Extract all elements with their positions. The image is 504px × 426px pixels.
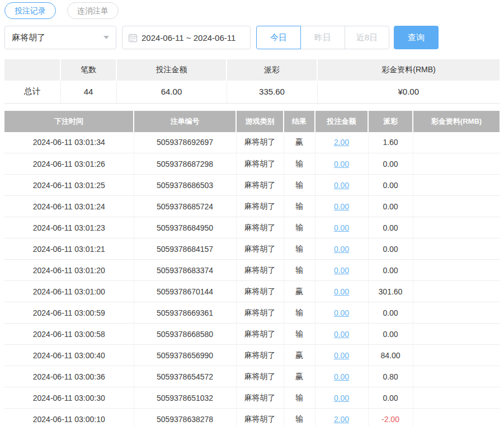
bet-amount-link[interactable]: 0.00 <box>334 351 349 360</box>
summary-header-payout: 派彩 <box>227 59 317 81</box>
cell-bonus <box>413 175 500 196</box>
cell-game-type: 麻将胡了 <box>236 409 284 426</box>
cell-bet-amount: 0.00 <box>315 345 368 366</box>
cell-order-number: 5059378683374 <box>134 260 236 281</box>
cell-game-type: 麻将胡了 <box>236 132 284 153</box>
cell-bonus <box>413 260 500 281</box>
summary-header-bonus: 彩金资料(RMB) <box>317 59 500 81</box>
bet-table-body: 2024-06-11 03:01:345059378692697麻将胡了赢2.0… <box>4 132 500 426</box>
bet-amount-link[interactable]: 0.00 <box>334 372 349 381</box>
cell-payout: 0.00 <box>368 324 413 345</box>
cell-order-number: 5059378669361 <box>134 302 236 324</box>
header-bet-time: 下注时间 <box>4 111 134 132</box>
bet-table-header-row: 下注时间 注单编号 游戏类别 结果 投注金额 派彩 彩金资料(RMB) <box>4 111 500 132</box>
header-payout: 派彩 <box>368 111 413 132</box>
cell-bet-amount: 0.00 <box>315 175 368 196</box>
cell-bet-amount: 0.00 <box>315 366 368 387</box>
cell-bet-amount: 2.00 <box>315 409 368 426</box>
search-button[interactable]: 查询 <box>394 26 439 49</box>
summary-total-bet-amount: 64.00 <box>116 81 227 103</box>
summary-header-blank <box>4 59 60 81</box>
game-select[interactable]: 麻将胡了 <box>4 26 116 49</box>
cell-bet-time: 2024-06-11 03:01:25 <box>4 175 134 196</box>
bet-amount-link[interactable]: 0.00 <box>334 160 349 168</box>
cell-bet-time: 2024-06-11 03:00:40 <box>4 345 134 366</box>
summary-total-bonus: ¥0.00 <box>317 81 500 103</box>
cell-game-type: 麻将胡了 <box>236 196 284 217</box>
table-row: 2024-06-11 03:01:005059378670144麻将胡了赢0.0… <box>4 281 500 302</box>
cell-bet-amount: 0.00 <box>315 281 368 302</box>
table-row: 2024-06-11 03:00:365059378654572麻将胡了赢0.0… <box>4 366 500 387</box>
table-row: 2024-06-11 03:00:105059378638278麻将胡了输2.0… <box>4 409 500 426</box>
tab-bet-records[interactable]: 投注记录 <box>4 2 56 19</box>
bet-amount-link[interactable]: 0.00 <box>334 266 349 275</box>
cell-result: 赢 <box>284 132 315 153</box>
bet-amount-link[interactable]: 2.00 <box>334 138 349 147</box>
table-row: 2024-06-11 03:01:265059378687298麻将胡了输0.0… <box>4 153 500 175</box>
cell-payout: 0.00 <box>368 153 413 175</box>
last8days-button[interactable]: 近8日 <box>345 26 389 49</box>
cell-bonus <box>413 302 500 324</box>
cell-order-number: 5059378686503 <box>134 175 236 196</box>
cell-payout: 0.00 <box>368 196 413 217</box>
bet-amount-link[interactable]: 0.00 <box>334 394 349 402</box>
cell-payout: 0.00 <box>368 238 413 260</box>
cell-bet-amount: 0.00 <box>315 260 368 281</box>
tab-cancelled-orders[interactable]: 连消注单 <box>67 2 119 19</box>
cell-result: 输 <box>284 302 315 324</box>
cell-order-number: 5059378684157 <box>134 238 236 260</box>
cell-payout: 0.00 <box>368 302 413 324</box>
bet-amount-link[interactable]: 0.00 <box>334 181 349 190</box>
header-order-number: 注单编号 <box>134 111 236 132</box>
cell-bet-time: 2024-06-11 03:01:26 <box>4 153 134 175</box>
cell-order-number: 5059378638278 <box>134 409 236 426</box>
today-button[interactable]: 今日 <box>256 26 301 49</box>
bet-amount-link[interactable]: 0.00 <box>334 245 349 254</box>
bet-amount-link[interactable]: 0.00 <box>334 330 349 339</box>
cell-bet-amount: 0.00 <box>315 153 368 175</box>
cell-bonus <box>413 366 500 387</box>
table-row: 2024-06-11 03:00:405059378656990麻将胡了赢0.0… <box>4 345 500 366</box>
cell-order-number: 5059378685724 <box>134 196 236 217</box>
calendar-icon <box>128 33 138 43</box>
table-row: 2024-06-11 03:00:305059378651032麻将胡了输0.0… <box>4 387 500 409</box>
header-result: 结果 <box>284 111 315 132</box>
bet-amount-link[interactable]: 0.00 <box>334 308 349 317</box>
cell-payout: 0.00 <box>368 387 413 409</box>
date-range-value: 2024-06-11 ~ 2024-06-11 <box>142 33 235 43</box>
summary-header-row: 笔数 投注金额 派彩 彩金资料(RMB) <box>4 59 500 81</box>
cell-result: 输 <box>284 238 315 260</box>
cell-game-type: 麻将胡了 <box>236 281 284 302</box>
table-row: 2024-06-11 03:00:585059378668580麻将胡了输0.0… <box>4 324 500 345</box>
cell-game-type: 麻将胡了 <box>236 217 284 238</box>
yesterday-button[interactable]: 昨日 <box>300 26 345 49</box>
cell-bonus <box>413 409 500 426</box>
table-row: 2024-06-11 03:01:345059378692697麻将胡了赢2.0… <box>4 132 500 153</box>
top-tabs: 投注记录 连消注单 <box>4 2 500 19</box>
header-bonus: 彩金资料(RMB) <box>413 111 500 132</box>
cell-result: 输 <box>284 324 315 345</box>
bet-amount-link[interactable]: 0.00 <box>334 202 349 211</box>
cell-bet-amount: 0.00 <box>315 302 368 324</box>
date-range-picker[interactable]: 2024-06-11 ~ 2024-06-11 <box>122 26 251 49</box>
cell-order-number: 5059378668580 <box>134 324 236 345</box>
cell-game-type: 麻将胡了 <box>236 366 284 387</box>
cell-bet-time: 2024-06-11 03:00:58 <box>4 324 134 345</box>
cell-payout: -2.00 <box>368 409 413 426</box>
cell-order-number: 5059378651032 <box>134 387 236 409</box>
cell-payout: 0.00 <box>368 175 413 196</box>
cell-game-type: 麻将胡了 <box>236 302 284 324</box>
cell-result: 输 <box>284 153 315 175</box>
cell-game-type: 麻将胡了 <box>236 345 284 366</box>
bet-amount-link[interactable]: 0.00 <box>334 287 349 296</box>
cell-result: 赢 <box>284 345 315 366</box>
header-game-type: 游戏类别 <box>236 111 284 132</box>
cell-order-number: 5059378692697 <box>134 132 236 153</box>
table-row: 2024-06-11 03:01:245059378685724麻将胡了输0.0… <box>4 196 500 217</box>
cell-bet-time: 2024-06-11 03:01:23 <box>4 217 134 238</box>
bet-amount-link[interactable]: 2.00 <box>334 415 349 424</box>
cell-bet-time: 2024-06-11 03:00:30 <box>4 387 134 409</box>
cell-payout: 0.00 <box>368 260 413 281</box>
game-select-value: 麻将胡了 <box>12 32 45 43</box>
bet-amount-link[interactable]: 0.00 <box>334 223 349 232</box>
